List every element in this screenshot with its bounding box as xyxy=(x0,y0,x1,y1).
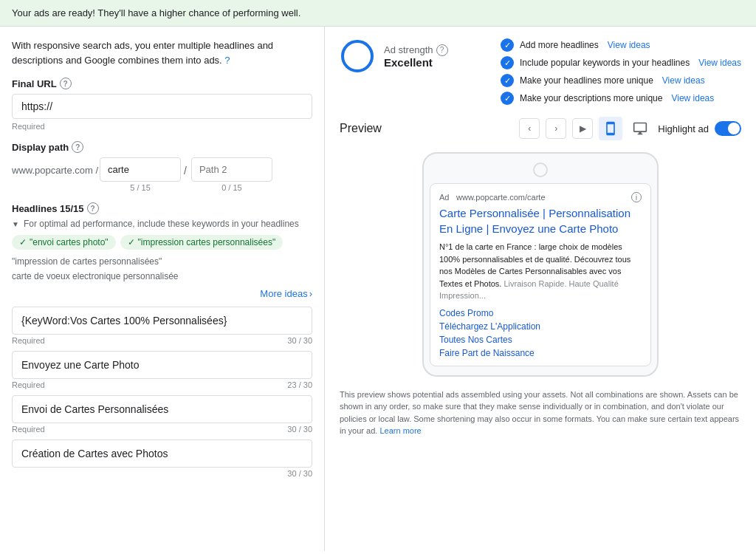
sitelink-1[interactable]: Codes Promo xyxy=(439,308,642,318)
strength-text: Ad strength ? Excellent xyxy=(384,44,448,69)
sitelink-2[interactable]: Téléchargez L'Application xyxy=(439,321,642,332)
suggestion-check-3: ✓ xyxy=(501,74,514,87)
phone-notch xyxy=(533,163,548,177)
highlight-label: Highlight ad xyxy=(658,123,709,134)
help-link[interactable]: ? xyxy=(224,55,230,66)
help-text: With responsive search ads, you enter mu… xyxy=(12,38,312,67)
headlines-label: Headlines 15/15 ? xyxy=(12,202,99,214)
path2-char-count: 0 / 15 xyxy=(191,183,272,192)
keyword-suggestion-1[interactable]: "impression de cartes personnalisées" xyxy=(12,254,312,269)
headline-count-3: 30 / 30 xyxy=(287,425,312,434)
ad-headline: Carte Personnalisée | Personnalisation E… xyxy=(439,205,642,236)
path2-input[interactable] xyxy=(191,157,272,182)
strength-circle-icon xyxy=(340,38,375,74)
display-path-domain: www.popcarte.com / xyxy=(12,157,98,176)
desktop-icon xyxy=(633,121,647,136)
ad-url: www.popcarte.com/carte xyxy=(456,193,545,202)
headline-required-2: Required xyxy=(12,380,45,389)
sitelink-4[interactable]: Faire Part de Naissance xyxy=(439,348,642,358)
headline-input-block-1: Required 30 / 30 xyxy=(12,307,312,349)
headline-input-1[interactable] xyxy=(21,315,303,326)
headline-wrapper-3 xyxy=(12,395,312,423)
headline-input-4[interactable] xyxy=(21,448,303,459)
ad-strength-help-icon[interactable]: ? xyxy=(436,44,448,56)
path2-group: 0 / 15 xyxy=(191,157,272,192)
desktop-device-button[interactable] xyxy=(628,117,652,140)
view-ideas-link-4[interactable]: View ideas xyxy=(671,93,714,103)
final-url-required: Required xyxy=(12,122,312,131)
chevron-right-icon: › xyxy=(309,288,312,299)
more-ideas-link[interactable]: More ideas › xyxy=(260,288,312,299)
ad-label-url-row: Ad www.popcarte.com/carte xyxy=(439,191,546,202)
keyword-suggestion-2[interactable]: carte de voeux electronique personnalisé… xyxy=(12,269,312,284)
display-path-help-icon[interactable]: ? xyxy=(72,141,83,153)
view-ideas-link-1[interactable]: View ideas xyxy=(608,40,650,50)
view-ideas-link-3[interactable]: View ideas xyxy=(662,75,705,86)
keyword-hint[interactable]: ▼ For optimal ad performance, include th… xyxy=(12,219,312,229)
headline-meta-1: Required 30 / 30 xyxy=(12,335,312,349)
view-ideas-link-2[interactable]: View ideas xyxy=(698,58,741,68)
suggestion-item-1: ✓ Add more headlines View ideas xyxy=(501,38,741,52)
prev-button[interactable]: ‹ xyxy=(519,118,540,139)
suggestion-check-1: ✓ xyxy=(501,38,514,52)
check-icon-1: ✓ xyxy=(19,237,27,247)
suggestion-check-4: ✓ xyxy=(501,92,514,105)
more-ideas-row: More ideas › xyxy=(12,288,312,299)
headline-meta-3: Required 30 / 30 xyxy=(12,423,312,438)
phone-preview-container: Ad www.popcarte.com/carte i Carte Person… xyxy=(340,152,741,377)
highlight-toggle[interactable] xyxy=(715,121,741,136)
headline-count-1: 30 / 30 xyxy=(287,336,312,345)
final-url-input[interactable] xyxy=(21,100,303,112)
headline-input-block-2: Required 23 / 30 xyxy=(12,351,312,394)
headline-input-block-3: Required 30 / 30 xyxy=(12,395,312,438)
headline-input-2[interactable] xyxy=(21,359,303,371)
suggestion-item-3: ✓ Make your headlines more unique View i… xyxy=(501,74,741,87)
strength-title: Ad strength ? xyxy=(384,44,448,56)
ad-label-row: Ad www.popcarte.com/carte i xyxy=(439,191,642,202)
path1-char-count: 5 / 15 xyxy=(100,183,181,192)
top-right-area: Ad strength ? Excellent ✓ Add more headl… xyxy=(340,38,741,105)
svg-point-1 xyxy=(343,41,372,71)
display-path-inputs: www.popcarte.com / 5 / 15 / 0 / 15 xyxy=(12,157,312,192)
highlight-toggle-area: Highlight ad xyxy=(658,121,741,136)
path1-input[interactable] xyxy=(100,157,181,182)
headline-input-3[interactable] xyxy=(21,403,303,415)
ad-label: Ad xyxy=(439,193,449,202)
suggestion-item-2: ✓ Include popular keywords in your headl… xyxy=(501,56,741,69)
path1-group: 5 / 15 xyxy=(100,157,181,192)
next-button[interactable]: › xyxy=(546,118,566,139)
check-icon: ✓ xyxy=(504,58,511,68)
mobile-icon xyxy=(603,121,618,136)
keyword-tag-2: ✓ "impression cartes personnalisées" xyxy=(120,235,284,250)
play-button[interactable]: ▶ xyxy=(572,118,593,139)
headline-meta-2: Required 23 / 30 xyxy=(12,379,312,394)
sitelink-3[interactable]: Toutes Nos Cartes xyxy=(439,335,642,345)
headline-meta-4: 30 / 30 xyxy=(12,468,312,482)
preview-disclaimer: This preview shows potential ads assembl… xyxy=(340,389,741,437)
keyword-tag-1: ✓ "envoi cartes photo" xyxy=(12,235,116,250)
preview-controls: ‹ › ▶ Highlight ad xyxy=(519,117,741,140)
phone-frame: Ad www.popcarte.com/carte i Carte Person… xyxy=(422,152,659,377)
headlines-help-icon[interactable]: ? xyxy=(87,202,99,214)
top-banner: Your ads are ready! They'll have a highe… xyxy=(0,0,756,27)
final-url-label: Final URL ? xyxy=(12,78,312,89)
check-icon-2: ✓ xyxy=(128,237,135,247)
display-path-label: Display path ? xyxy=(12,141,312,153)
ad-card: Ad www.popcarte.com/carte i Carte Person… xyxy=(430,183,651,366)
left-panel: With responsive search ads, you enter mu… xyxy=(0,27,325,551)
final-url-input-wrapper xyxy=(12,94,312,119)
check-icon: ✓ xyxy=(504,76,511,86)
chevron-down-icon: ▼ xyxy=(12,220,19,228)
strength-value: Excellent xyxy=(384,56,448,69)
final-url-help-icon[interactable]: ? xyxy=(60,78,72,89)
headline-count-4: 30 / 30 xyxy=(287,469,312,478)
suggestion-item-4: ✓ Make your descriptions more unique Vie… xyxy=(501,92,741,105)
preview-header: Preview ‹ › ▶ Highlight ad xyxy=(340,117,741,140)
learn-more-link[interactable]: Learn more xyxy=(379,426,421,435)
right-panel: Ad strength ? Excellent ✓ Add more headl… xyxy=(325,27,756,551)
mobile-device-button[interactable] xyxy=(599,117,622,140)
banner-text: Your ads are ready! They'll have a highe… xyxy=(12,7,300,18)
headline-count-2: 23 / 30 xyxy=(287,380,312,389)
headline-wrapper-4 xyxy=(12,440,312,468)
suggestion-check-2: ✓ xyxy=(501,56,514,69)
